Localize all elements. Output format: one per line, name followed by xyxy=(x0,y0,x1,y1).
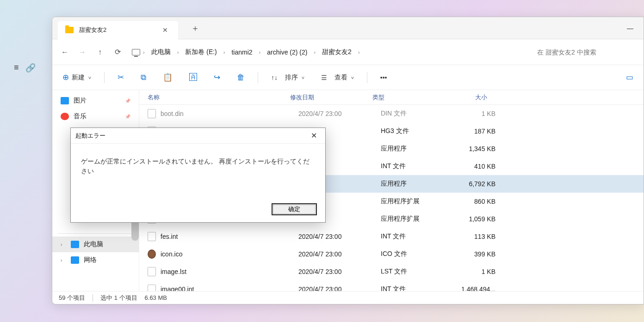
file-date: 2020/4/7 23:00 xyxy=(298,286,381,291)
folder-icon xyxy=(65,27,74,33)
chevron-right-icon: › xyxy=(312,49,317,55)
file-name: boot.din xyxy=(161,110,298,117)
paste-button[interactable]: 📋 xyxy=(159,70,176,85)
link-icon[interactable]: 🔗 xyxy=(25,63,36,73)
file-size: 1,468,494... xyxy=(449,286,495,291)
file-size: 1,345 KB xyxy=(449,145,495,152)
file-type: 应用程序 xyxy=(381,180,449,188)
file-type: INT 文件 xyxy=(381,232,449,241)
tab-active[interactable]: 甜蜜女友2 ✕ xyxy=(58,21,178,39)
background-app-toolbar: ≡ 🔗 xyxy=(0,63,51,73)
window-controls: — xyxy=(622,22,638,35)
file-row[interactable]: image.lst2020/4/7 23:00LST 文件1 KB xyxy=(139,263,644,280)
file-name: image00.int xyxy=(161,286,298,291)
column-name[interactable]: 名称 xyxy=(148,93,290,102)
crumb-folder2[interactable]: archive (2) (2) xyxy=(263,47,311,58)
file-name: icon.ico xyxy=(161,250,298,258)
chevron-right-icon[interactable]: › xyxy=(61,258,66,263)
details-pane-button[interactable]: ▭ xyxy=(622,70,637,85)
chevron-right-icon: › xyxy=(356,49,362,55)
dialog-title-text: 起動エラー xyxy=(75,132,105,140)
file-date: 2020/4/7 23:00 xyxy=(298,268,381,275)
sidebar-item-music[interactable]: 音乐 xyxy=(52,109,139,124)
chevron-right-icon: › xyxy=(257,49,263,55)
pc-icon xyxy=(71,241,79,248)
new-button[interactable]: ⊕新建ⅴ xyxy=(59,70,95,85)
file-size: 1,059 KB xyxy=(449,215,495,223)
rename-button[interactable]: 🄰 xyxy=(186,70,201,85)
view-icon: ☰ xyxy=(321,74,327,81)
cut-button[interactable]: ✂ xyxy=(114,70,128,85)
chevron-right-icon[interactable]: › xyxy=(61,242,66,247)
file-row[interactable]: fes.int2020/4/7 23:00INT 文件113 KB xyxy=(139,228,644,245)
file-type: 应用程序扩展 xyxy=(381,197,449,206)
sidebar-item-pictures[interactable]: 图片 xyxy=(52,93,139,109)
sort-icon: ↑↓ xyxy=(271,74,278,81)
chevron-right-icon: › xyxy=(222,49,227,55)
chevron-down-icon: ⅴ xyxy=(351,75,354,80)
view-button[interactable]: ☰ 查看ⅴ xyxy=(317,71,358,85)
sidebar-item-thispc[interactable]: ›此电脑 xyxy=(52,237,139,252)
chevron-right-icon: › xyxy=(141,49,147,55)
network-icon xyxy=(71,256,79,264)
status-bar: 59 个项目 选中 1 个项目 6.63 MB xyxy=(52,291,644,304)
file-size: 187 KB xyxy=(449,128,495,135)
column-type[interactable]: 类型 xyxy=(372,93,441,102)
pc-icon xyxy=(132,49,140,55)
file-type: HG3 文件 xyxy=(381,127,449,135)
file-icon xyxy=(148,109,156,118)
breadcrumb: › 此电脑 › 新加卷 (E:) › tianmi2 › archive (2)… xyxy=(127,43,530,61)
file-date: 2020/4/7 23:00 xyxy=(298,250,381,258)
ok-button[interactable]: 确定 xyxy=(272,203,317,215)
file-row[interactable]: image00.int2020/4/7 23:00INT 文件1,468,494… xyxy=(139,280,644,291)
dialog-message: ゲームが正常にインストールされていません。 再度インストールを行ってください xyxy=(71,144,325,196)
up-button[interactable]: ↑ xyxy=(92,44,108,60)
file-name: image.lst xyxy=(161,268,298,275)
forward-button[interactable]: → xyxy=(74,44,90,60)
plus-circle-icon: ⊕ xyxy=(62,73,69,82)
file-icon xyxy=(148,232,156,241)
file-name: fes.int xyxy=(161,233,298,240)
column-date[interactable]: 修改日期 xyxy=(290,93,372,102)
back-button[interactable]: ← xyxy=(57,44,73,60)
refresh-button[interactable]: ⟳ xyxy=(110,44,125,60)
file-type: ICO 文件 xyxy=(381,250,449,258)
tab-title: 甜蜜女友2 xyxy=(79,26,154,34)
minimize-button[interactable]: — xyxy=(622,22,638,35)
delete-button[interactable]: 🗑 xyxy=(233,70,248,85)
file-type: INT 文件 xyxy=(381,162,449,170)
copy-button[interactable]: ⧉ xyxy=(137,70,150,85)
crumb-thispc[interactable]: 此电脑 xyxy=(148,46,174,58)
file-date: 2020/4/7 23:00 xyxy=(298,233,381,240)
file-size: 860 KB xyxy=(449,198,495,205)
file-size: 399 KB xyxy=(449,250,495,258)
file-size: 6,792 KB xyxy=(449,180,495,188)
dialog-close-button[interactable]: ✕ xyxy=(307,130,321,141)
share-button[interactable]: ↪ xyxy=(210,70,224,85)
new-tab-button[interactable]: ＋ xyxy=(187,21,203,36)
file-icon xyxy=(148,249,156,259)
more-button[interactable]: ••• xyxy=(377,71,391,84)
chevron-down-icon: ⅴ xyxy=(302,75,304,80)
dialog-titlebar[interactable]: 起動エラー ✕ xyxy=(71,128,325,144)
file-size: 1 KB xyxy=(449,268,495,275)
file-type: 应用程序扩展 xyxy=(381,215,449,223)
sort-button[interactable]: ↑↓ 排序ⅴ xyxy=(267,71,308,85)
file-size: 1 KB xyxy=(449,110,495,117)
search-input[interactable] xyxy=(532,43,639,61)
file-type: DIN 文件 xyxy=(381,109,449,118)
sidebar-item-network[interactable]: ›网络 xyxy=(52,252,139,268)
titlebar: 甜蜜女友2 ✕ ＋ — xyxy=(52,17,644,39)
file-row[interactable]: boot.din2020/4/7 23:00DIN 文件1 KB xyxy=(139,105,644,122)
file-date: 2020/4/7 23:00 xyxy=(298,110,381,117)
file-row[interactable]: icon.ico2020/4/7 23:00ICO 文件399 KB xyxy=(139,245,644,263)
file-type: 应用程序 xyxy=(381,145,449,153)
dialog-footer: 确定 xyxy=(71,196,325,222)
file-type: LST 文件 xyxy=(381,267,449,276)
crumb-drive[interactable]: 新加卷 (E:) xyxy=(181,46,220,58)
crumb-folder3[interactable]: 甜蜜女友2 xyxy=(318,46,355,58)
crumb-folder1[interactable]: tianmi2 xyxy=(228,47,256,58)
list-icon[interactable]: ≡ xyxy=(14,63,19,73)
column-size[interactable]: 大小 xyxy=(441,93,487,102)
tab-close-button[interactable]: ✕ xyxy=(160,25,171,35)
